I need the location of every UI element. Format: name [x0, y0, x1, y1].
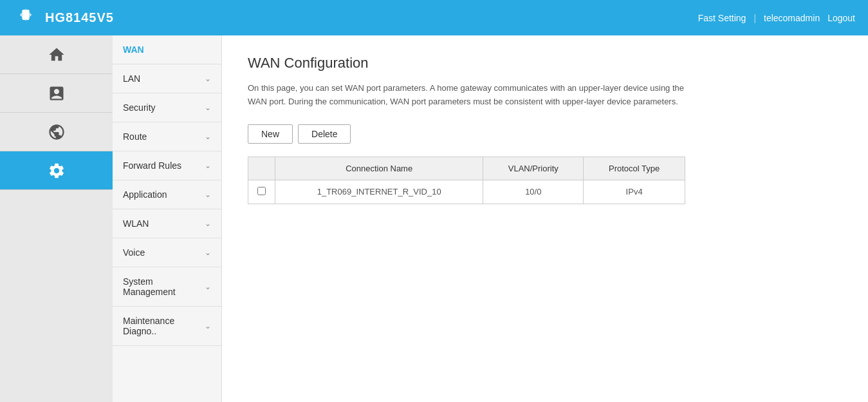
- nav-item-maintenance-chevron: ⌄: [205, 321, 211, 330]
- page-description: On this page, you can set WAN port param…: [248, 82, 685, 109]
- row-connection-name: 1_TR069_INTERNET_R_VID_10: [275, 180, 483, 204]
- header-right: Fast Setting | telecomadmin Logout: [698, 13, 855, 23]
- nav-item-lan[interactable]: LAN ⌄: [113, 64, 221, 93]
- nav-item-route-chevron: ⌄: [205, 132, 211, 141]
- sidebar-icon-user[interactable]: [0, 74, 113, 113]
- nav-wan-header[interactable]: WAN: [113, 35, 221, 64]
- nav-item-lan-label: LAN: [123, 73, 140, 84]
- settings-icon: [48, 162, 66, 180]
- user-add-icon: [48, 84, 66, 102]
- row-protocol-type: IPv4: [584, 180, 685, 204]
- sidebar-icon-network[interactable]: [0, 113, 113, 151]
- nav-item-route[interactable]: Route ⌄: [113, 122, 221, 151]
- nav-item-system-management[interactable]: System Management ⌄: [113, 267, 221, 307]
- table-header-vlan-priority: VLAN/Priority: [483, 157, 584, 180]
- nav-item-route-label: Route: [123, 131, 147, 142]
- table-header-connection-name: Connection Name: [275, 157, 483, 180]
- fast-setting-link[interactable]: Fast Setting: [698, 13, 746, 23]
- nav-item-system-management-label: System Management: [123, 276, 205, 297]
- nav-item-forward-rules-label: Forward Rules: [123, 160, 181, 171]
- row-checkbox-cell: [248, 180, 275, 204]
- header-divider: |: [753, 13, 756, 23]
- header: HG8145V5 Fast Setting | telecomadmin Log…: [0, 0, 868, 35]
- nav-item-security-chevron: ⌄: [205, 103, 211, 112]
- sidebar-icon-home[interactable]: [0, 35, 113, 74]
- nav-item-forward-rules-chevron: ⌄: [205, 161, 211, 170]
- main-content: WAN Configuration On this page, you can …: [222, 35, 868, 402]
- wan-table: Connection Name VLAN/Priority Protocol T…: [248, 157, 685, 204]
- nav-item-maintenance-label: Maintenance Diagno..: [123, 316, 205, 336]
- nav-item-application-chevron: ⌄: [205, 190, 211, 199]
- brand-name: HG8145V5: [45, 10, 114, 25]
- logout-link[interactable]: Logout: [827, 13, 855, 23]
- body-layout: WAN LAN ⌄ Security ⌄ Route ⌄ Forward Rul…: [0, 35, 868, 402]
- sidebar-nav: WAN LAN ⌄ Security ⌄ Route ⌄ Forward Rul…: [113, 35, 222, 402]
- row-vlan-priority: 10/0: [483, 180, 584, 204]
- sidebar-icons: [0, 35, 113, 402]
- nav-item-security[interactable]: Security ⌄: [113, 93, 221, 122]
- nav-item-wlan[interactable]: WLAN ⌄: [113, 209, 221, 238]
- nav-item-lan-chevron: ⌄: [205, 74, 211, 83]
- new-button[interactable]: New: [248, 124, 293, 144]
- network-icon: [48, 123, 66, 141]
- nav-item-forward-rules[interactable]: Forward Rules ⌄: [113, 151, 221, 180]
- sidebar-icon-settings[interactable]: [0, 151, 113, 190]
- username-label: telecomadmin: [764, 13, 820, 23]
- nav-item-application-label: Application: [123, 189, 167, 200]
- page-title: WAN Configuration: [248, 55, 842, 72]
- nav-item-security-label: Security: [123, 102, 156, 113]
- nav-item-voice-chevron: ⌄: [205, 248, 211, 257]
- huawei-logo-icon: [13, 8, 39, 28]
- nav-item-wlan-label: WLAN: [123, 218, 149, 229]
- nav-item-voice-label: Voice: [123, 247, 145, 258]
- table-header-checkbox: [248, 157, 275, 180]
- nav-item-application[interactable]: Application ⌄: [113, 180, 221, 209]
- home-icon: [48, 46, 66, 64]
- table-row: 1_TR069_INTERNET_R_VID_10 10/0 IPv4: [248, 180, 685, 204]
- header-left: HG8145V5: [13, 8, 114, 28]
- nav-item-voice[interactable]: Voice ⌄: [113, 238, 221, 267]
- action-buttons: New Delete: [248, 124, 842, 144]
- row-checkbox[interactable]: [257, 187, 266, 195]
- table-header-protocol-type: Protocol Type: [584, 157, 685, 180]
- delete-button[interactable]: Delete: [298, 124, 351, 144]
- nav-item-maintenance[interactable]: Maintenance Diagno.. ⌄: [113, 307, 221, 346]
- nav-item-wlan-chevron: ⌄: [205, 219, 211, 228]
- nav-item-system-management-chevron: ⌄: [205, 282, 211, 291]
